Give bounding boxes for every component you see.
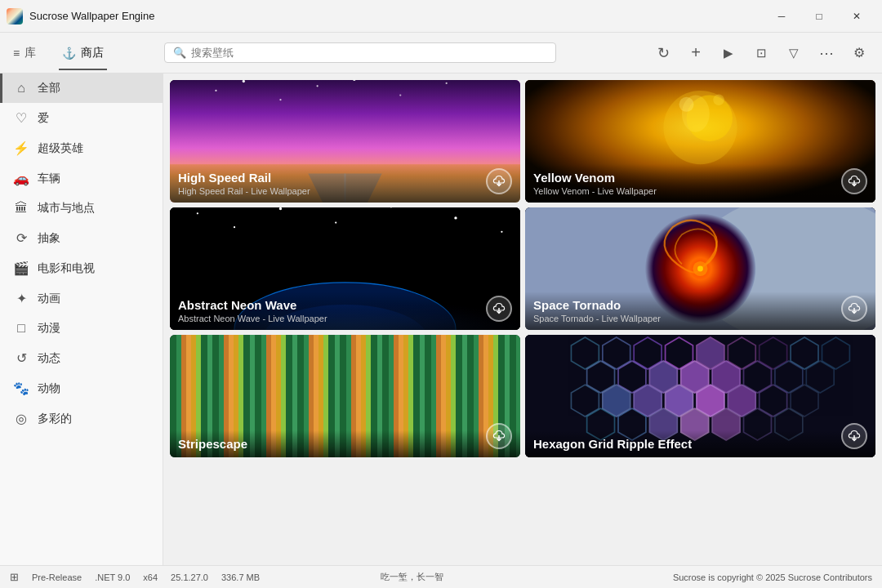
dynamic-icon: ↺	[13, 350, 29, 366]
refresh-button[interactable]: ↻	[650, 40, 676, 66]
colorful-icon: ◎	[13, 411, 29, 426]
sidebar-label-manga: 动漫	[38, 321, 60, 336]
svg-point-2	[243, 80, 245, 82]
maximize-button[interactable]: □	[800, 3, 838, 29]
sidebar-item-superhero[interactable]: ⚡ 超级英雄	[0, 133, 163, 163]
sidebar-item-animation[interactable]: ✦ 动画	[0, 283, 163, 314]
sidebar-item-abstract[interactable]: ⟳ 抽象	[0, 223, 163, 253]
svg-point-18	[713, 94, 724, 105]
city-icon: 🏛	[13, 201, 29, 216]
wallpaper-title-abstract-neon: Abstract Neon Wave	[178, 298, 512, 312]
download-button-high-speed-rail[interactable]	[486, 168, 512, 194]
sidebar-item-manga[interactable]: □ 动漫	[0, 314, 163, 343]
sidebar-item-animals[interactable]: 🐾 动物	[0, 373, 163, 403]
wallpaper-grid: High Speed Rail High Speed Rail - Live W…	[170, 80, 875, 457]
wallpaper-subtitle-yellow-venom: Yellow Venom - Live Wallpaper	[533, 186, 867, 196]
sidebar-item-dynamic[interactable]: ↺ 动态	[0, 343, 163, 373]
wallpaper-card-abstract-neon[interactable]: Abstract Neon Wave Abstract Neon Wave - …	[170, 207, 520, 330]
sidebar-item-colorful[interactable]: ◎ 多彩的	[0, 403, 163, 434]
svg-point-1	[215, 90, 216, 91]
sidebar-label-love: 爱	[38, 111, 49, 126]
title-bar-controls: ─ □ ✕	[763, 3, 875, 29]
svg-point-17	[679, 97, 694, 112]
superhero-icon: ⚡	[13, 140, 29, 156]
sidebar: ⌂ 全部 ♡ 爱 ⚡ 超级英雄 🚗 车辆 🏛 城市与地点 ⟳ 抽象 🎬 电影和电…	[0, 74, 163, 565]
sidebar-label-city: 城市与地点	[38, 201, 95, 216]
film-icon: 🎬	[13, 261, 29, 276]
animation-icon: ✦	[13, 291, 29, 306]
sidebar-item-love[interactable]: ♡ 爱	[0, 103, 163, 133]
tab-library[interactable]: ≡ 库	[10, 41, 39, 65]
more-button[interactable]: ⋯	[813, 40, 840, 66]
settings-button[interactable]: ⚙	[846, 40, 872, 66]
wallpaper-card-hexagon[interactable]: Hexagon Grid Ripple Effect Hexagon Grid …	[525, 335, 875, 457]
status-dotnet: .NET 9.0	[95, 572, 130, 582]
download-button-abstract-neon[interactable]	[486, 296, 512, 322]
sidebar-item-city[interactable]: 🏛 城市与地点	[0, 194, 163, 223]
cloud-download-icon-6	[848, 430, 861, 443]
title-bar: Sucrose Wallpaper Engine ─ □ ✕	[0, 0, 882, 33]
wallpaper-title-hexagon: Hexagon Grid Ripple Effect	[533, 437, 867, 451]
sidebar-label-dynamic: 动态	[38, 351, 60, 366]
sidebar-label-vehicle: 车辆	[38, 172, 60, 186]
status-version: 25.1.27.0	[171, 572, 208, 582]
cloud-download-icon-4	[848, 302, 861, 315]
svg-point-28	[335, 221, 336, 223]
sidebar-label-film: 电影和电视	[38, 261, 95, 276]
wallpaper-card-stripescape[interactable]: Stripescape Stripescape - Live Wallpaper	[170, 335, 520, 457]
svg-point-30	[454, 216, 457, 219]
nav-actions: ↻ + ▶ ⊡ ▽ ⋯ ⚙	[650, 40, 872, 66]
filter-button[interactable]: ▽	[781, 40, 807, 66]
sidebar-label-abstract: 抽象	[38, 231, 60, 246]
download-button-hexagon[interactable]	[841, 423, 867, 449]
search-bar[interactable]: 🔍	[164, 42, 556, 63]
tab-shop[interactable]: ⚓ 商店	[59, 41, 107, 65]
add-button[interactable]: +	[683, 40, 709, 66]
svg-point-37	[697, 266, 703, 272]
animals-icon: 🐾	[13, 381, 29, 396]
wallpaper-subtitle-space-tornado: Space Tornado - Live Wallpaper	[533, 314, 867, 323]
svg-point-4	[317, 85, 318, 87]
manga-icon: □	[13, 321, 29, 336]
main-layout: ⌂ 全部 ♡ 爱 ⚡ 超级英雄 🚗 车辆 🏛 城市与地点 ⟳ 抽象 🎬 电影和电…	[0, 74, 882, 565]
sidebar-item-film[interactable]: 🎬 电影和电视	[0, 253, 163, 283]
tab-shop-label: 商店	[81, 46, 104, 60]
status-bar: ⊞ Pre-Release .NET 9.0 x64 25.1.27.0 336…	[0, 565, 882, 588]
sidebar-label-superhero: 超级英雄	[38, 141, 83, 156]
status-arch: x64	[143, 572, 158, 582]
title-bar-left: Sucrose Wallpaper Engine	[7, 8, 154, 24]
sidebar-label-animals: 动物	[38, 381, 60, 396]
wallpaper-card-yellow-venom[interactable]: Yellow Venom Yellow Venom - Live Wallpap…	[525, 80, 875, 203]
download-button-space-tornado[interactable]	[841, 296, 867, 322]
minimize-button[interactable]: ─	[763, 3, 800, 29]
wallpaper-info-yellow-venom: Yellow Venom Yellow Venom - Live Wallpap…	[525, 164, 875, 203]
close-button[interactable]: ✕	[838, 3, 875, 29]
play-button[interactable]: ▶	[715, 40, 742, 66]
search-input[interactable]	[191, 47, 547, 59]
wallpaper-info-stripescape: Stripescape Stripescape - Live Wallpaper	[170, 430, 520, 457]
svg-point-27	[279, 207, 282, 210]
sidebar-label-animation: 动画	[38, 292, 60, 306]
status-build: Pre-Release	[32, 572, 82, 582]
download-button-stripescape[interactable]	[486, 423, 512, 449]
wallpaper-card-high-speed-rail[interactable]: High Speed Rail High Speed Rail - Live W…	[170, 80, 520, 203]
wallpaper-info-space-tornado: Space Tornado Space Tornado - Live Wallp…	[525, 292, 875, 330]
sidebar-item-vehicle[interactable]: 🚗 车辆	[0, 163, 163, 194]
cloud-download-icon-3	[492, 302, 506, 315]
svg-point-26	[234, 226, 235, 228]
sidebar-item-all[interactable]: ⌂ 全部	[0, 74, 163, 103]
heart-icon: ♡	[13, 110, 29, 126]
wallpaper-card-space-tornado[interactable]: Space Tornado Space Tornado - Live Wallp…	[525, 207, 875, 330]
svg-point-6	[399, 94, 401, 96]
svg-point-31	[501, 231, 502, 233]
monitor-button[interactable]: ⊡	[748, 40, 774, 66]
status-prerelease-icon: ⊞	[10, 571, 19, 583]
search-icon: 🔍	[173, 47, 186, 59]
wallpaper-title-stripescape: Stripescape	[178, 437, 512, 451]
svg-point-3	[279, 99, 281, 100]
vehicle-icon: 🚗	[13, 171, 29, 186]
status-size: 336.7 MB	[221, 572, 260, 582]
abstract-icon: ⟳	[13, 230, 29, 246]
download-button-yellow-venom[interactable]	[841, 168, 867, 194]
wallpaper-info-abstract-neon: Abstract Neon Wave Abstract Neon Wave - …	[170, 292, 520, 330]
